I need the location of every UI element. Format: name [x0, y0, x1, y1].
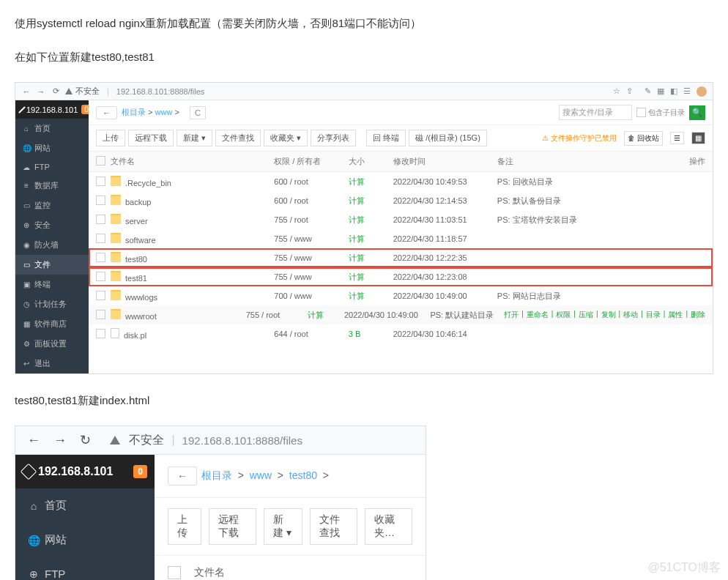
action-link[interactable]: 删除 — [691, 310, 705, 320]
sidebar-item-ftp[interactable]: ⊕FTP — [15, 557, 155, 580]
search-button[interactable]: 🔍 — [689, 105, 705, 120]
row-checkbox[interactable] — [96, 329, 105, 338]
row-checkbox[interactable] — [96, 215, 105, 224]
row-checkbox[interactable] — [96, 196, 105, 205]
action-link[interactable]: 重命名 — [527, 310, 549, 320]
file-size[interactable]: 计算 — [349, 291, 393, 302]
sidebar-item-firewall[interactable]: ◉防火墙 — [15, 235, 89, 255]
sidebar-item-db[interactable]: ≡数据库 — [15, 176, 89, 196]
row-checkbox[interactable] — [96, 253, 105, 262]
action-link[interactable]: 打开 — [504, 310, 519, 320]
pencil-icon[interactable]: ✎ — [645, 86, 651, 97]
table-row[interactable]: disk.pl644 / root3 B2022/04/30 10:46:14 — [89, 324, 713, 343]
table-row[interactable]: wwwroot755 / root计算2022/04/30 10:49:00PS… — [89, 305, 713, 324]
action-link[interactable]: 复制 — [601, 310, 616, 320]
row-checkbox[interactable] — [96, 272, 105, 281]
sidebar-item-label: 面板设置 — [34, 338, 67, 349]
terminal-button[interactable]: 回 终端 — [366, 130, 406, 146]
monitor-icon: ▭ — [23, 201, 30, 209]
avatar[interactable] — [697, 86, 707, 97]
sidebar-item-monitor[interactable]: ▭监控 — [15, 196, 89, 215]
back-icon[interactable]: ← — [21, 86, 31, 97]
file-perm: 755 / root — [246, 311, 308, 319]
back-icon[interactable]: ← — [23, 433, 45, 448]
share-list-button[interactable]: 分享列表 — [311, 130, 356, 146]
find-button[interactable]: 文件查找 — [310, 508, 357, 545]
find-button[interactable]: 文件查找 — [215, 130, 261, 146]
recycle-link[interactable]: 🗑 回收站 — [624, 131, 663, 146]
url-text[interactable]: 192.168.8.101:8888/files — [182, 434, 302, 447]
table-row[interactable]: .Recycle_bin600 / root计算2022/04/30 10:49… — [89, 172, 713, 191]
row-checkbox[interactable] — [96, 291, 105, 300]
sidebar-item-settings[interactable]: ⚙面板设置 — [15, 334, 89, 354]
file-size[interactable]: 计算 — [349, 196, 393, 207]
refresh-button[interactable]: C — [190, 106, 206, 119]
table-row[interactable]: wwwlogs700 / www计算2022/04/30 10:49:00PS:… — [89, 286, 713, 305]
file-size[interactable]: 计算 — [349, 253, 393, 264]
file-size[interactable]: 计算 — [308, 310, 344, 321]
file-size[interactable]: 计算 — [349, 272, 393, 283]
action-link[interactable]: 移动 — [623, 310, 638, 320]
ext-icon-2[interactable]: ▦ — [657, 86, 664, 97]
remote-download-button[interactable]: 远程下载 — [128, 130, 174, 146]
action-link[interactable]: 属性 — [668, 310, 683, 320]
reload-icon[interactable]: ↻ — [75, 432, 95, 448]
include-sub-checkbox[interactable]: 包含子目录 — [636, 108, 685, 118]
file-size[interactable]: 计算 — [349, 215, 393, 226]
back-button[interactable]: ← — [168, 466, 197, 486]
favorites-button[interactable]: 收藏夹… — [365, 508, 412, 545]
sidebar-item-cron[interactable]: ◷计划任务 — [15, 294, 89, 314]
file-mtime: 2022/04/30 10:46:14 — [393, 330, 497, 338]
table-row[interactable]: test80755 / www计算2022/04/30 12:22:35 — [89, 248, 713, 267]
sidebar-item-home[interactable]: ⌂首页 — [15, 488, 155, 523]
table-row[interactable]: server755 / root计算2022/04/30 11:03:51PS:… — [89, 210, 713, 229]
new-button[interactable]: 新建 ▾ — [177, 130, 212, 146]
sidebar-item-store[interactable]: ▦软件商店 — [15, 314, 89, 334]
table-row[interactable]: software755 / www计算2022/04/30 11:18:57 — [89, 229, 713, 248]
row-checkbox[interactable] — [96, 310, 105, 319]
upload-button[interactable]: 上传 — [168, 508, 201, 545]
favorites-button[interactable]: 收藏夹 ▾ — [264, 130, 308, 146]
view-grid-icon[interactable]: ▦ — [691, 132, 705, 144]
sidebar-item-label: 首页 — [34, 123, 51, 134]
forward-icon[interactable]: → — [36, 86, 46, 97]
remote-download-button[interactable]: 远程下载 — [209, 508, 256, 545]
table-row[interactable]: test81755 / www计算2022/04/30 12:23:08 — [89, 267, 713, 286]
row-checkbox[interactable] — [96, 234, 105, 243]
sidebar-item-site[interactable]: 🌐网站 — [15, 138, 89, 158]
select-all-checkbox[interactable] — [168, 566, 181, 579]
file-size[interactable]: 计算 — [349, 176, 393, 187]
share-icon[interactable]: ⇪ — [626, 86, 633, 97]
action-link[interactable]: 权限 — [556, 310, 571, 320]
sidebar-item-site[interactable]: 🌐网站 — [15, 523, 155, 557]
back-button[interactable]: ← — [96, 106, 117, 119]
select-all-checkbox[interactable] — [96, 156, 105, 166]
new-button[interactable]: 新建 ▾ — [264, 508, 302, 545]
row-checkbox[interactable] — [96, 176, 105, 186]
forward-icon[interactable]: → — [49, 433, 71, 448]
ext-icon-3[interactable]: ◧ — [670, 86, 677, 97]
file-size[interactable]: 3 B — [349, 330, 393, 338]
reload-icon[interactable]: ⟳ — [51, 86, 61, 97]
sidebar-item-home[interactable]: ⌂首页 — [15, 119, 89, 138]
view-list-icon[interactable]: ☰ — [670, 132, 684, 144]
action-link[interactable]: 压缩 — [579, 310, 593, 320]
menu-icon[interactable]: ☰ — [683, 86, 691, 97]
file-size[interactable]: 计算 — [349, 234, 393, 245]
sidebar-item-ftp[interactable]: ☁FTP — [15, 158, 89, 176]
disk-usage-button[interactable]: 磁 /(根目录) (15G) — [409, 130, 487, 146]
search-input[interactable]: 搜索文件/目录 — [559, 105, 632, 120]
sidebar-item-logout[interactable]: ↩退出 — [15, 354, 89, 373]
breadcrumb[interactable]: 根目录 > www > test80 > — [201, 469, 329, 483]
sidebar-item-security[interactable]: ⊕安全 — [15, 215, 89, 235]
sidebar-item-files[interactable]: ▭文件 — [15, 255, 89, 275]
table-row[interactable]: backup600 / root计算2022/04/30 12:14:53PS:… — [89, 191, 713, 210]
star-icon[interactable]: ☆ — [613, 86, 620, 97]
url-text[interactable]: 192.168.8.101:8888/files — [116, 87, 205, 96]
breadcrumb[interactable]: 根目录 > www > — [122, 107, 179, 118]
upload-button[interactable]: 上传 — [96, 130, 125, 146]
sidebar-item-terminal[interactable]: ▣终端 — [15, 275, 89, 294]
action-link[interactable]: 目录 — [646, 310, 661, 320]
warning-icon — [65, 88, 73, 94]
folder-icon: ▭ — [23, 261, 30, 269]
